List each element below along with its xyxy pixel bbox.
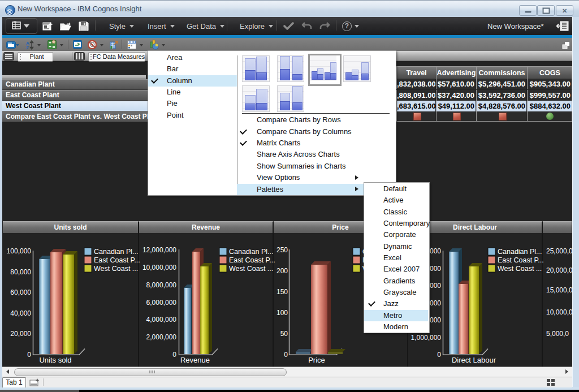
svg-text:6,000,000: 6,000,000 [146,299,177,307]
svg-text:8,000,000: 8,000,000 [146,281,177,289]
svg-text:East Coast P...: East Coast P... [498,256,544,264]
svg-text:20,000,0: 20,000,0 [546,266,572,274]
svg-text:50: 50 [280,330,288,338]
svg-text:0: 0 [437,351,441,359]
svg-text:Canadian Pl...: Canadian Pl... [229,248,274,256]
svg-text:25,000,0: 25,000,0 [546,247,572,255]
svg-text:Direct Labour: Direct Labour [452,356,496,364]
svg-text:12,000,000: 12,000,000 [142,246,176,254]
svg-text:100: 100 [276,309,288,317]
svg-text:1,000,000: 1,000,000 [411,334,442,342]
svg-text:East Coast P...: East Coast P... [229,256,275,264]
svg-text:60,000: 60,000 [10,288,31,296]
svg-text:Canadian Pl...: Canadian Pl... [94,248,139,256]
svg-text:East Coast P...: East Coast P... [94,256,140,264]
svg-text:200: 200 [276,267,288,275]
svg-text:10,000,0: 10,000,0 [546,308,572,316]
svg-text:Units sold: Units sold [39,356,71,364]
svg-text:80,000: 80,000 [10,268,31,276]
svg-text:10,000,000: 10,000,000 [142,264,176,272]
svg-text:Price: Price [308,356,325,364]
svg-text:West Coast ...: West Coast ... [498,265,542,273]
svg-text:Z: Z [26,45,29,50]
svg-text:0: 0 [284,351,288,359]
svg-text:0: 0 [172,351,176,359]
svg-text:40,000: 40,000 [10,309,31,317]
svg-text:5,000,0: 5,000,0 [546,330,569,338]
svg-text:150: 150 [276,288,288,296]
svg-text:Revenue: Revenue [180,356,210,364]
svg-text:250: 250 [276,246,288,254]
svg-text:100,000: 100,000 [7,247,32,255]
svg-text:0: 0 [27,351,31,359]
svg-text:Canadian Pl...: Canadian Pl... [498,248,542,256]
svg-text:2,000,000: 2,000,000 [146,333,177,341]
svg-text:15,000,0: 15,000,0 [546,286,572,294]
svg-text:West Coast ...: West Coast ... [229,265,273,273]
svg-text:20,000: 20,000 [10,330,31,338]
svg-text:West Coast ...: West Coast ... [94,265,138,273]
svg-text:4,000,000: 4,000,000 [146,316,177,324]
